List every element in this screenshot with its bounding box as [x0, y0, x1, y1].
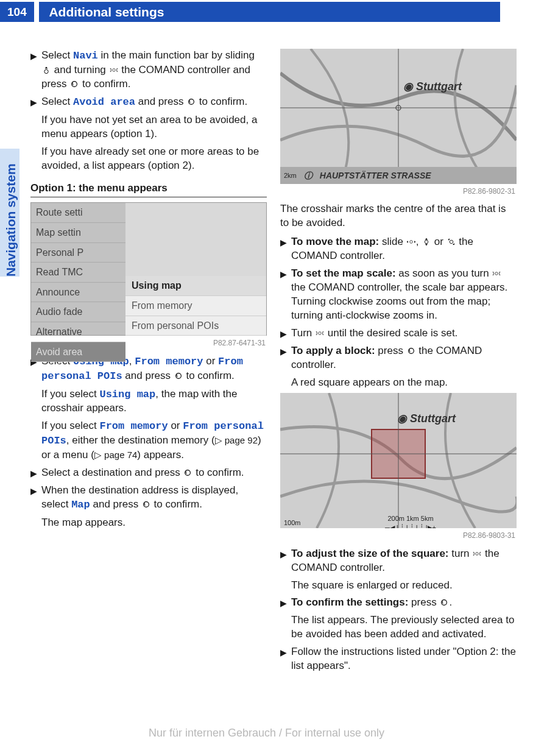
- xref-page-74: ▷ page 74: [94, 450, 137, 460]
- image-caption: P82.86-9803-31: [280, 531, 515, 540]
- map-city-label: ◉ Stuttgart: [403, 79, 462, 94]
- step-follow-option2: ▶ Follow the instructions listed under "…: [280, 645, 517, 673]
- text: turn: [449, 548, 473, 559]
- slide-diag-icon: [447, 238, 456, 246]
- press-icon: [439, 598, 449, 607]
- svg-point-0: [44, 69, 48, 73]
- step-label: To apply a block:: [291, 345, 375, 356]
- text: to confirm.: [196, 96, 247, 107]
- slide-up-icon: [41, 66, 51, 74]
- step-set-scale: ▶ To set the map scale: as soon as you t…: [280, 267, 517, 323]
- text: and turning: [51, 64, 109, 76]
- menu-left-list: Route setti Map settin Personal P Read T…: [31, 203, 125, 335]
- text: Follow the instructions listed under "Op…: [291, 645, 517, 673]
- menu-item: Alternative: [31, 322, 125, 342]
- text: until the desired scale is set.: [325, 327, 457, 339]
- svg-point-14: [495, 272, 498, 275]
- text: Select a destination and press: [41, 467, 183, 478]
- step-confirm-settings: ▶ To confirm the settings: press .: [280, 596, 517, 610]
- svg-point-12: [425, 240, 428, 244]
- footer-watermark: Nur für internen Gebrauch / For internal…: [0, 726, 533, 740]
- page-number: 104: [0, 2, 34, 22]
- text: ,: [416, 236, 422, 247]
- right-column: ◉ Stuttgart 2km ⓘ HAUPTSTÄTTER STRASSE P…: [280, 49, 517, 677]
- menu-item: Personal P: [31, 243, 125, 263]
- turn-icon: [472, 549, 482, 558]
- step-adjust-square: ▶ To adjust the size of the square: turn…: [280, 547, 517, 575]
- heading-option1: Option 1: the menu appears: [30, 182, 267, 198]
- text: Select: [41, 96, 73, 107]
- turn-icon: [315, 329, 325, 337]
- step-move-map: ▶ To move the map: slide , or the COMAND…: [280, 235, 517, 263]
- step-label: To move the map:: [291, 236, 379, 247]
- bullet-icon: ▶: [280, 596, 291, 610]
- text: to confirm.: [79, 78, 130, 90]
- substep-square-resize: The square is enlarged or reduced.: [291, 579, 517, 593]
- step-turn-scale: ▶ Turn until the desired scale is set.: [280, 327, 517, 341]
- text: , either the destination memory (: [66, 434, 215, 446]
- text: If you select: [41, 388, 99, 400]
- map-scale: 100m: [284, 518, 301, 528]
- substep-red-square: A red square appears on the map.: [291, 376, 517, 390]
- substep-option1: If you have not yet set an area to be av…: [41, 113, 267, 141]
- step-select-destination: ▶ Select a destination and press to conf…: [30, 466, 267, 480]
- svg-point-13: [450, 240, 453, 244]
- step-label: To set the map scale:: [291, 267, 396, 279]
- term-using-map: Using map: [99, 389, 155, 400]
- term-from-memory: From memory: [99, 420, 168, 432]
- menu-item: Map settin: [31, 223, 125, 243]
- text: in the main function bar by sliding: [98, 49, 255, 61]
- side-tab: Navigation system: [0, 149, 19, 277]
- substep-option2: If you have already set one or more area…: [41, 145, 267, 173]
- text: ) appears.: [137, 449, 184, 461]
- turn-icon: [109, 66, 119, 74]
- substep-from-memory: If you select From memory or From person…: [41, 419, 267, 462]
- map-city-label: ◉ Stuttgart: [397, 411, 456, 426]
- bullet-icon: ▶: [30, 49, 41, 91]
- substep-using-map: If you select Using map, the map with th…: [41, 387, 267, 416]
- step-label: To confirm the settings:: [291, 596, 408, 608]
- text: ,: [129, 355, 135, 367]
- text: slide: [379, 236, 406, 247]
- submenu-item: From memory: [125, 296, 266, 316]
- menu-item: Announce: [31, 283, 125, 303]
- text: and press: [122, 370, 174, 381]
- bullet-icon: ▶: [280, 547, 291, 575]
- text: Turn: [291, 327, 315, 339]
- bullet-icon: ▶: [280, 645, 291, 673]
- press-icon: [406, 347, 416, 355]
- bullet-icon: ▶: [280, 235, 291, 263]
- text: Select: [41, 49, 73, 61]
- menu-item: Read TMC: [31, 263, 125, 283]
- text: as soon as you turn: [396, 267, 492, 279]
- text: to confirm.: [192, 467, 244, 478]
- text: or: [168, 420, 183, 431]
- term-map: Map: [71, 499, 90, 510]
- submenu-item: From personal POIs: [125, 316, 266, 336]
- image-caption: P82.86-9802-31: [280, 186, 515, 196]
- step-select-avoid-area: ▶ Select Avoid area and press to confirm…: [30, 95, 267, 110]
- slide-ud-icon: [422, 238, 431, 246]
- press-icon: [69, 80, 79, 88]
- text: and press: [135, 96, 186, 107]
- svg-point-1: [112, 69, 115, 72]
- bullet-icon: ▶: [30, 95, 41, 110]
- text: the COMAND controller, the scale bar app…: [291, 281, 507, 321]
- xref-page-92: ▷ page 92: [215, 435, 258, 445]
- text: and press: [90, 498, 141, 510]
- bullet-icon: ▶: [30, 484, 41, 512]
- text: or: [203, 355, 218, 367]
- step-label: To adjust the size of the square:: [291, 548, 449, 559]
- text: If you select: [41, 420, 99, 431]
- map-drawing: [280, 49, 517, 184]
- step-select-map: ▶ When the destination address is displa…: [30, 484, 267, 512]
- substep-map-appears: The map appears.: [41, 516, 267, 530]
- submenu-item: Using map: [125, 276, 266, 296]
- page-title: Additional settings: [39, 2, 500, 22]
- text: to confirm.: [183, 370, 235, 381]
- text: .: [449, 596, 452, 608]
- bullet-icon: ▶: [280, 267, 291, 323]
- menu-right-list: Using map From memory From personal POIs: [125, 276, 266, 336]
- menu-screenshot: Route setti Map settin Personal P Read T…: [30, 202, 267, 336]
- text: press: [408, 596, 439, 608]
